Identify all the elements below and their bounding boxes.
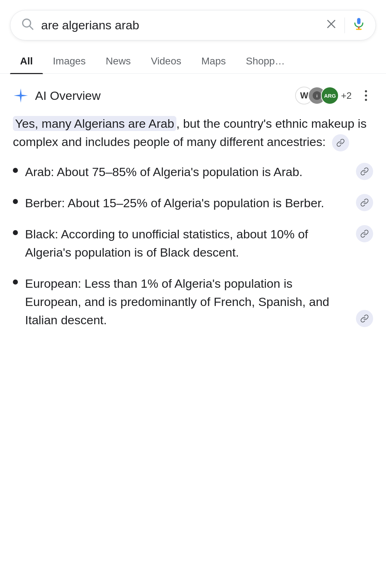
source-icon-third: ARG bbox=[321, 87, 339, 105]
bullet-black: Black: According to unofficial statistic… bbox=[13, 225, 373, 262]
svg-rect-4 bbox=[357, 18, 361, 24]
dot1 bbox=[365, 90, 367, 92]
bullet-text-arab: Arab: About 75–85% of Algeria's populati… bbox=[25, 163, 345, 181]
tab-news[interactable]: News bbox=[96, 49, 141, 73]
clear-icon[interactable] bbox=[325, 18, 337, 33]
search-input[interactable] bbox=[41, 18, 318, 32]
berber-link-badge[interactable] bbox=[356, 194, 373, 211]
ai-content: Yes, many Algerians are Arab, but the co… bbox=[13, 115, 373, 329]
tab-maps[interactable]: Maps bbox=[191, 49, 236, 73]
bullet-text-black: Black: According to unofficial statistic… bbox=[25, 225, 345, 262]
search-bar-wrapper bbox=[0, 0, 386, 40]
bullet-european: European: Less than 1% of Algeria's popu… bbox=[13, 274, 373, 329]
black-link-badge[interactable] bbox=[356, 225, 373, 242]
ai-star-icon bbox=[13, 88, 29, 103]
arab-link-badge[interactable] bbox=[356, 163, 373, 180]
more-options-button[interactable] bbox=[359, 88, 373, 103]
svg-line-1 bbox=[30, 26, 33, 29]
source-icons[interactable]: W i ARG +2 bbox=[295, 87, 352, 105]
bullet-dot-black bbox=[13, 230, 18, 235]
ai-bullet-list: Arab: About 75–85% of Algeria's populati… bbox=[13, 163, 373, 329]
mic-icon[interactable] bbox=[352, 17, 366, 34]
tab-all[interactable]: All bbox=[10, 49, 43, 73]
search-divider bbox=[345, 18, 345, 33]
dot3 bbox=[365, 99, 367, 101]
tab-shopping[interactable]: Shopp… bbox=[236, 49, 295, 73]
search-icon bbox=[20, 17, 34, 34]
bullet-dot-arab bbox=[13, 168, 18, 173]
ai-overview-header: AI Overview W i ARG +2 bbox=[13, 87, 373, 105]
intro-link-badge[interactable] bbox=[332, 134, 349, 151]
tab-images[interactable]: Images bbox=[43, 49, 96, 73]
nav-tabs: All Images News Videos Maps Shopp… bbox=[0, 49, 386, 74]
bullet-text-berber: Berber: About 15–25% of Algeria's popula… bbox=[25, 194, 345, 212]
bullet-text-european: European: Less than 1% of Algeria's popu… bbox=[25, 274, 345, 329]
ai-overview-section: AI Overview W i ARG +2 bbox=[0, 74, 386, 338]
bullet-berber: Berber: About 15–25% of Algeria's popula… bbox=[13, 194, 373, 212]
source-count: +2 bbox=[341, 90, 352, 101]
search-bar bbox=[10, 10, 376, 40]
ai-overview-title: AI Overview bbox=[35, 89, 101, 103]
bullet-arab: Arab: About 75–85% of Algeria's populati… bbox=[13, 163, 373, 181]
ai-overview-right: W i ARG +2 bbox=[295, 87, 373, 105]
ai-overview-left: AI Overview bbox=[13, 88, 101, 103]
dot2 bbox=[365, 94, 367, 97]
european-link-badge[interactable] bbox=[356, 310, 373, 327]
bullet-dot-european bbox=[13, 280, 18, 285]
tab-videos[interactable]: Videos bbox=[141, 49, 191, 73]
ai-intro-highlighted: Yes, many Algerians are Arab bbox=[13, 116, 176, 131]
svg-text:i: i bbox=[317, 94, 318, 98]
bullet-dot-berber bbox=[13, 199, 18, 204]
